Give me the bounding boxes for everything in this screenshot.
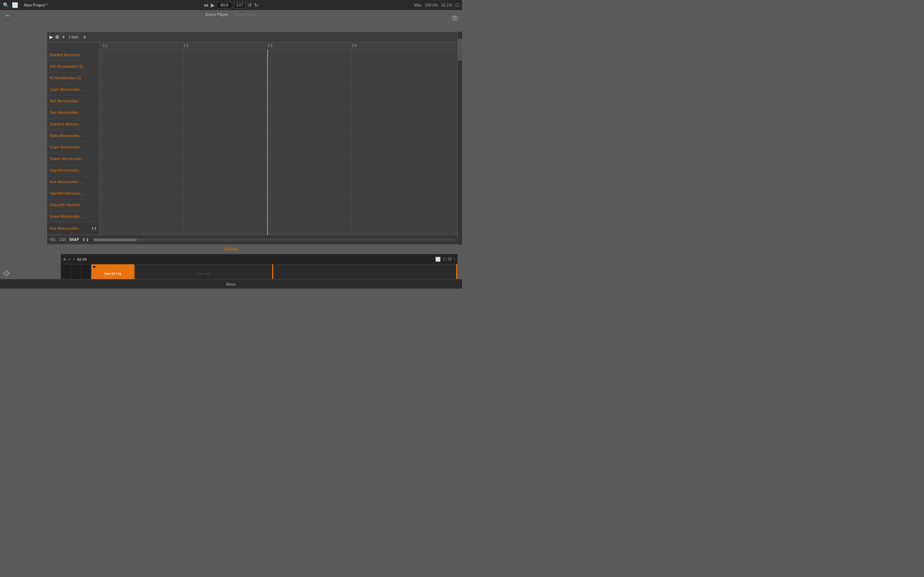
track-row[interactable]: OpenHH Monstrosi... (47, 188, 99, 200)
track-list: RideBell Monstrosi... Drill Monstrositie… (47, 49, 99, 235)
grid-row-1[interactable] (99, 73, 457, 84)
mixer-label[interactable]: Mixer (226, 282, 236, 286)
ruler-mark-3: 1:3 (267, 44, 273, 48)
kit-name: kit 04 (77, 257, 433, 261)
track-row[interactable]: Snare Monstrositie... (47, 211, 99, 222)
redo-button[interactable]: ↻ (254, 2, 258, 8)
loading-spinner (4, 15, 10, 21)
cpu-percent: 100.0% (425, 3, 438, 7)
seq-download-button[interactable]: ▼ (61, 35, 66, 40)
sequencer-grid[interactable] (99, 49, 457, 235)
track-row[interactable]: Tom Monstrosities ... (47, 107, 99, 119)
scrollbar-thumb[interactable] (94, 239, 137, 241)
seq-pause-button[interactable]: ⏸ (82, 35, 87, 40)
svg-point-6 (8, 272, 10, 274)
undo-button[interactable]: ↺ (247, 2, 252, 8)
ruler-mark-2: 1:2 (183, 44, 188, 48)
track-row-kick[interactable]: Kick Monstrosities ... ⬆⬇ (47, 222, 99, 234)
svg-line-10 (7, 274, 8, 275)
grid-row-0[interactable] (99, 49, 457, 61)
playhead (267, 49, 268, 235)
seq-bars-label: 1 bars (69, 35, 79, 39)
sequencer: ▶ ▼ 1 bars ⏸ 1:1 1:2 1:3 1:4 RideBell Mo… (47, 32, 458, 245)
track-row[interactable]: Strike Monstrositie... (47, 130, 99, 142)
track-row[interactable]: Crash Monstrositie... (47, 84, 99, 95)
kit-top-bar: ≡ < > kit 04 ⬜ 1 / 32 ! (61, 254, 457, 264)
seq-play-button[interactable]: ▶ (50, 34, 53, 40)
track-row[interactable]: ClosedHH Monstro... (47, 200, 99, 211)
event-player-header: Event Player Event Player (0, 10, 462, 18)
track-row[interactable]: Hit Monstrosities 01 (47, 73, 99, 84)
scroll-arrows[interactable]: ⬆⬇ (82, 237, 89, 242)
screenshot-button[interactable] (451, 14, 459, 23)
transport-group: ⏮ ▶ 80.0 EXT ↺ ↻ (204, 2, 258, 8)
track-row[interactable]: Kick Monstrosities ... (47, 176, 99, 188)
active-pad-label: Pad 03 / 01 (104, 272, 121, 276)
kit-save-icon[interactable]: ⬜ (435, 257, 441, 262)
sequencer-bottom-bar: VEL 1/16 SNAP ⬆⬇ (47, 235, 457, 244)
snap-fraction: 1/16 (59, 238, 66, 242)
kit-menu-icon[interactable]: ≡ (63, 256, 66, 262)
ruler-mark-4: 1:4 (352, 44, 357, 48)
svg-point-5 (6, 274, 7, 276)
window-icon[interactable]: ⬜ (12, 2, 18, 8)
svg-point-1 (454, 17, 456, 19)
svg-rect-2 (454, 16, 456, 16)
top-bar-right: Max 100.0% 26.1% ⓘ (414, 3, 459, 8)
track-row[interactable]: Tom Monstrosities ... (47, 95, 99, 107)
bpm-display[interactable]: 80.0 (217, 2, 232, 8)
sequencer-ruler: 1:1 1:2 1:3 1:4 (99, 42, 457, 49)
pad-active-dot (93, 266, 95, 268)
max-label: Max (414, 3, 422, 7)
track-row[interactable]: Drill Monstrosities 01 (47, 61, 99, 73)
ruler-mark-1: 1:1 (103, 44, 108, 48)
scrollbar-thumb-v[interactable] (458, 39, 462, 61)
snap-label: SNAP (69, 238, 79, 242)
grid-row-2[interactable] (99, 95, 457, 107)
svg-point-3 (3, 272, 5, 274)
grid-row-4[interactable] (99, 142, 457, 153)
search-icon[interactable]: 🔍 (3, 2, 9, 8)
kit-page-indicator: 1 / 32 (443, 257, 452, 261)
top-bar: 🔍 ⬜ New Project * ⏮ ▶ 80.0 EXT ↺ ↻ Max 1… (0, 0, 462, 10)
kit-prev-button[interactable]: < (68, 257, 70, 261)
track-scroll-arrows[interactable]: ⬆⬇ (91, 226, 97, 230)
tab-event-player-1[interactable]: Event Player (206, 12, 228, 16)
grid-row-7[interactable] (99, 211, 457, 222)
svg-line-7 (5, 272, 6, 274)
svg-line-8 (5, 273, 6, 275)
track-row[interactable]: Snare Monstrositie... (47, 142, 99, 153)
grid-row-6[interactable] (99, 188, 457, 200)
play-button[interactable]: ▶ (211, 2, 215, 8)
grid-row-5[interactable] (99, 165, 457, 176)
mixer-bar: Mixer (0, 279, 462, 288)
nuance-label: Nuance (224, 247, 238, 251)
vel-label: VEL (50, 238, 56, 242)
track-row[interactable]: Clap Monstrosities ... (47, 165, 99, 176)
svg-line-9 (7, 272, 8, 273)
grid-row-3[interactable] (99, 119, 457, 130)
vertical-scrollbar[interactable] (458, 32, 462, 245)
mem-percent: 26.1% (441, 3, 452, 7)
kit-exclaim-button[interactable]: ! (454, 257, 455, 261)
track-row[interactable]: SideStick Monstro... (47, 119, 99, 130)
kit-player: ≡ < > kit 04 ⬜ 1 / 32 ! Pad 03 / 01 Add … (61, 254, 458, 283)
track-row[interactable]: Shaker Monstrositie... (47, 153, 99, 165)
track-row[interactable]: RideBell Monstrosi... (47, 49, 99, 61)
info-icon[interactable]: ⓘ (455, 3, 459, 8)
sequencer-top-bar: ▶ ▼ 1 bars ⏸ (47, 32, 457, 42)
seq-stop-button[interactable] (55, 35, 59, 39)
node-icon[interactable] (3, 271, 10, 278)
svg-point-4 (6, 271, 7, 272)
ext-button[interactable]: EXT (234, 2, 246, 8)
tab-event-player-2[interactable]: Event Player (234, 12, 256, 16)
rewind-button[interactable]: ⏮ (204, 2, 208, 8)
kit-next-button[interactable]: > (73, 257, 75, 261)
spinner-area (3, 14, 11, 23)
